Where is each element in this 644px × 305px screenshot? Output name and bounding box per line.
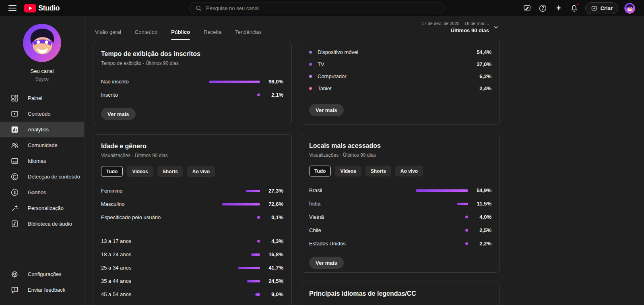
bar xyxy=(465,242,468,245)
stat-row: Brasil 54,9% xyxy=(309,184,491,197)
card-title: Locais mais acessados xyxy=(309,142,491,149)
legend-row: TV 37,0% xyxy=(309,58,491,70)
audio-library-icon xyxy=(10,219,19,228)
card-title: Tempo de exibição dos inscritos xyxy=(101,50,283,58)
chip-videos[interactable]: Vídeos xyxy=(127,166,153,177)
see-more-button[interactable]: Ver mais xyxy=(309,104,344,116)
menu-icon[interactable] xyxy=(8,4,17,12)
sidebar-item-label: Personalização xyxy=(28,205,64,211)
sidebar-item-biblioteca-audio[interactable]: Biblioteca de áudio xyxy=(0,216,84,232)
sidebar-item-label: Idiomas xyxy=(28,158,46,164)
left-column: Tempo de exibição dos inscritos Tempo de… xyxy=(93,40,292,305)
chip-tudo[interactable]: Tudo xyxy=(101,166,123,177)
analytics-content: Tempo de exibição dos inscritos Tempo de… xyxy=(85,40,644,305)
chevron-down-icon xyxy=(493,24,499,30)
sidebar-item-deteccao[interactable]: Detecção de conteúdo xyxy=(0,169,84,185)
chip-ao-vivo[interactable]: Ao vivo xyxy=(187,166,215,177)
card-top-locations: Locais mais acessados Visualizações · Úl… xyxy=(301,134,500,273)
bar xyxy=(457,203,468,205)
sidebar-item-label: Comunidade xyxy=(28,142,58,148)
legend-dot xyxy=(309,87,312,90)
sidebar-item-conteudo[interactable]: Conteúdo xyxy=(0,106,84,122)
sparkle-icon[interactable] xyxy=(554,3,564,13)
bar xyxy=(257,93,260,96)
card-subtitle: Tempo de exibição · Últimos 90 dias xyxy=(101,60,283,66)
tab-receita[interactable]: Receita xyxy=(204,29,221,40)
bar xyxy=(209,81,260,83)
stat-row: Masculino 72,6% xyxy=(101,197,283,211)
create-button[interactable]: Criar xyxy=(585,2,618,14)
stat-row: 18 a 24 anos 16,8% xyxy=(101,248,283,261)
sidebar-item-label: Enviar feedback xyxy=(28,287,65,293)
analytics-tabs: Visão geral Conteúdo Público Receita Ten… xyxy=(85,16,262,40)
sidebar-item-analytics[interactable]: Analytics xyxy=(0,122,84,137)
help-icon[interactable] xyxy=(538,3,548,13)
sidebar-item-ganhos[interactable]: $ Ganhos xyxy=(0,185,84,200)
date-range-text: 17 de dez. de 2025 – 16 de mar.... Últim… xyxy=(421,21,489,33)
settings-gear-icon xyxy=(10,270,19,279)
sidebar-item-comunidade[interactable]: Comunidade xyxy=(0,137,84,153)
stat-row: 25 a 34 anos 41,7% xyxy=(101,261,283,274)
sidebar-item-label: Analytics xyxy=(28,127,49,133)
stat-row: 35 a 44 anos 24,5% xyxy=(101,274,283,288)
stat-row: Índia 11,5% xyxy=(309,197,491,210)
chip-ao-vivo[interactable]: Ao vivo xyxy=(395,166,423,176)
bar xyxy=(222,203,260,205)
sidebar-item-enviar-feedback[interactable]: Enviar feedback xyxy=(0,282,84,298)
see-more-button[interactable]: Ver mais xyxy=(101,108,136,120)
chip-shorts[interactable]: Shorts xyxy=(365,166,391,176)
account-avatar[interactable] xyxy=(624,3,635,14)
legend-row: Computador 6,2% xyxy=(309,70,491,82)
date-range-picker[interactable]: 17 de dez. de 2025 – 16 de mar.... Últim… xyxy=(421,21,499,33)
notification-badge xyxy=(576,3,579,6)
tab-conteudo[interactable]: Conteúdo xyxy=(135,29,157,40)
send-feedback-icon xyxy=(10,285,19,295)
sidebar-item-label: Detecção de conteúdo xyxy=(28,174,80,180)
chip-tudo[interactable]: Tudo xyxy=(309,166,331,176)
bar xyxy=(251,253,260,256)
see-more-button[interactable]: Ver mais xyxy=(309,257,344,269)
card-age-gender: Idade e gênero Visualizações · Últimos 9… xyxy=(93,134,292,305)
notifications-icon[interactable] xyxy=(570,3,579,13)
search-bar[interactable] xyxy=(189,2,444,14)
stat-row: Especificado pelo usuário 0,1% xyxy=(101,211,283,224)
sidebar-nav: Painel Conteúdo Analytics Comunidade Idi… xyxy=(0,90,84,232)
channel-avatar[interactable] xyxy=(23,24,61,62)
sidebar-item-label: Conteúdo xyxy=(28,111,50,117)
copyright-icon xyxy=(10,172,19,181)
channel-handle: Spyce xyxy=(0,76,84,82)
feedback-icon[interactable] xyxy=(522,3,532,13)
sidebar-item-painel[interactable]: Painel xyxy=(0,90,84,106)
search-input[interactable] xyxy=(206,5,438,11)
bar xyxy=(238,267,260,269)
stat-row: Chile 2,5% xyxy=(309,224,491,237)
channel-info: Seu canal Spyce xyxy=(0,16,84,82)
sidebar-item-label: Painel xyxy=(28,95,42,101)
bar xyxy=(246,190,260,192)
card-title: Principais idiomas de legendas/CC xyxy=(309,290,491,297)
sidebar-item-idiomas[interactable]: Idiomas xyxy=(0,153,84,169)
stat-row: Vietnã 4,0% xyxy=(309,210,491,224)
svg-text:$: $ xyxy=(14,190,16,195)
right-column: Dispositivo móvel 54,4% TV 37,0% Computa… xyxy=(301,40,500,305)
tab-publico[interactable]: Público xyxy=(171,29,190,40)
topbar: Studio Criar xyxy=(0,0,644,16)
card-subscriber-watchtime: Tempo de exibição dos inscritos Tempo de… xyxy=(93,42,292,125)
topbar-actions: Criar xyxy=(522,0,644,16)
filter-chips: Tudo Vídeos Shorts Ao vivo xyxy=(309,166,491,176)
youtube-studio-logo[interactable]: Studio xyxy=(24,4,60,12)
date-range-value: 17 de dez. de 2025 – 16 de mar.... xyxy=(421,21,489,26)
sidebar-item-personalizacao[interactable]: Personalização xyxy=(0,200,84,216)
sidebar-item-label: Biblioteca de áudio xyxy=(28,221,72,227)
channel-name: Seu canal xyxy=(0,68,84,74)
stat-row: Estados Unidos 2,2% xyxy=(309,237,491,250)
tab-tendencias[interactable]: Tendências xyxy=(235,29,262,40)
chip-videos[interactable]: Vídeos xyxy=(335,166,361,176)
youtube-logo-icon xyxy=(24,4,36,12)
sidebar-item-configuracoes[interactable]: Configurações xyxy=(0,266,84,282)
tab-visao-geral[interactable]: Visão geral xyxy=(95,29,121,40)
create-icon xyxy=(591,5,598,12)
chip-shorts[interactable]: Shorts xyxy=(157,166,183,177)
card-subtitle: Visualizações · Últimos 90 dias xyxy=(101,153,283,158)
search-icon xyxy=(195,5,202,12)
